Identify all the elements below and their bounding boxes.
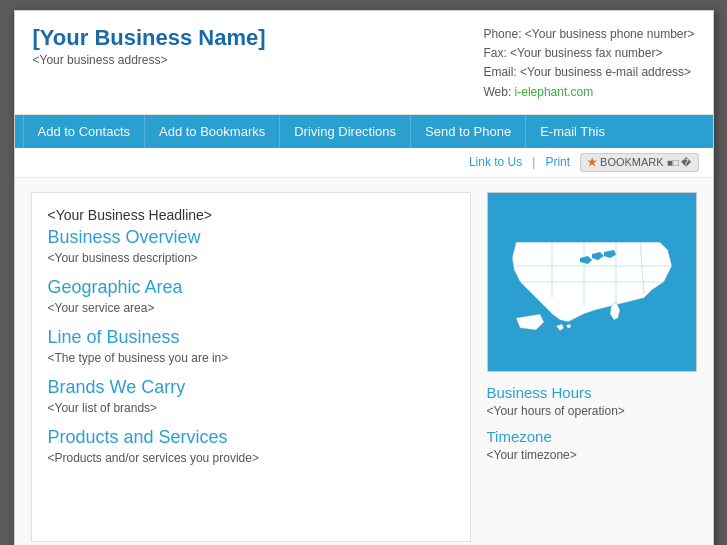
section-title-2: Line of Business	[48, 327, 454, 348]
link-to-us[interactable]: Link to Us	[469, 155, 522, 169]
phone-label: Phone: <Your business phone number>	[483, 25, 694, 44]
web-label: Web: i-elephant.com	[483, 83, 694, 102]
section-desc-3: <Your list of brands>	[48, 401, 454, 415]
bookmark-label: BOOKMARK	[600, 156, 664, 168]
nav-send-to-phone[interactable]: Send to Phone	[411, 115, 526, 148]
business-address: <Your business address>	[33, 53, 266, 67]
print-link[interactable]: Print	[545, 155, 570, 169]
section-desc-2: <The type of business you are in>	[48, 351, 454, 365]
section-desc-4: <Products and/or services you provide>	[48, 451, 454, 465]
email-label: Email: <Your business e-mail address>	[483, 63, 694, 82]
bookmark-icon: ★	[587, 156, 597, 169]
bookmark-button[interactable]: ★ BOOKMARK ■□ �	[580, 153, 698, 172]
business-headline: <Your Business Headline>	[48, 207, 454, 223]
nav-email-this[interactable]: E-mail This	[526, 115, 619, 148]
utility-divider: |	[532, 155, 535, 169]
usa-map	[492, 202, 692, 362]
nav-add-bookmarks[interactable]: Add to Bookmarks	[145, 115, 280, 148]
section-desc-0: <Your business description>	[48, 251, 454, 265]
fax-label: Fax: <Your business fax number>	[483, 44, 694, 63]
section-desc-1: <Your service area>	[48, 301, 454, 315]
sidebar-section-desc-0: <Your hours of operation>	[487, 404, 697, 418]
nav-driving-directions[interactable]: Driving Directions	[280, 115, 411, 148]
web-text: Web:	[483, 85, 514, 99]
business-name: [Your Business Name]	[33, 25, 266, 51]
section-title-0: Business Overview	[48, 227, 454, 248]
section-title-4: Products and Services	[48, 427, 454, 448]
content-left: <Your Business Headline> Business Overvi…	[31, 192, 471, 542]
nav-add-contacts[interactable]: Add to Contacts	[23, 115, 146, 148]
section-title-1: Geographic Area	[48, 277, 454, 298]
sidebar-section-title-0: Business Hours	[487, 384, 697, 401]
nav-bar: Add to Contacts Add to Bookmarks Driving…	[15, 115, 713, 148]
sidebar-section-title-1: Timezone	[487, 428, 697, 445]
header: [Your Business Name] <Your business addr…	[15, 11, 713, 115]
web-link[interactable]: i-elephant.com	[515, 85, 594, 99]
bookmark-icons-extra: ■□ �	[667, 157, 692, 168]
sidebar-section-desc-1: <Your timezone>	[487, 448, 697, 462]
utility-bar: Link to Us | Print ★ BOOKMARK ■□ �	[15, 148, 713, 178]
map-container	[487, 192, 697, 372]
header-right: Phone: <Your business phone number> Fax:…	[483, 25, 694, 102]
header-left: [Your Business Name] <Your business addr…	[33, 25, 266, 102]
section-title-3: Brands We Carry	[48, 377, 454, 398]
page-wrapper: [Your Business Name] <Your business addr…	[14, 10, 714, 545]
main-content: <Your Business Headline> Business Overvi…	[15, 178, 713, 545]
content-right: Business Hours <Your hours of operation>…	[487, 192, 697, 542]
